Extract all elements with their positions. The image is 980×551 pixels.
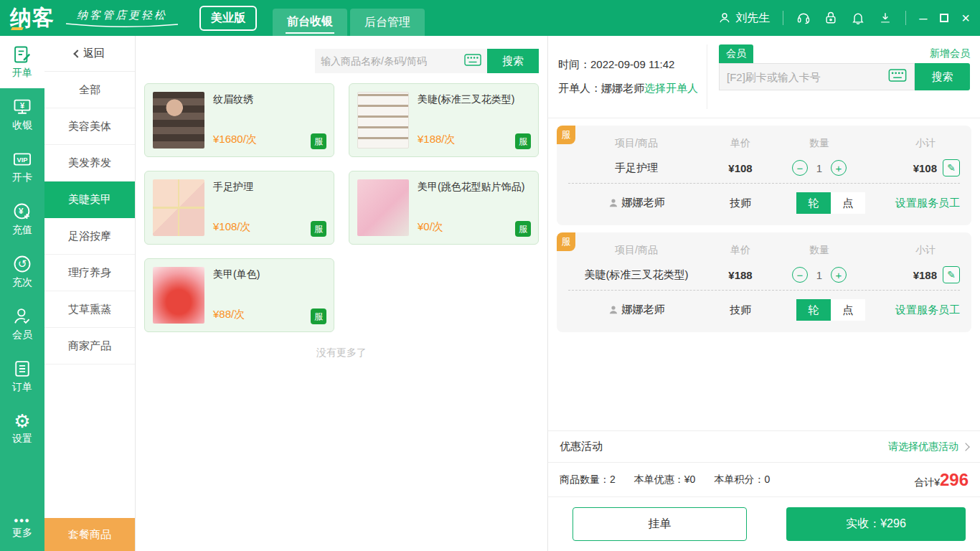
- product-card[interactable]: 手足护理 ¥108/次 服: [144, 171, 334, 245]
- choose-operator-link[interactable]: 选择开单人: [644, 82, 698, 94]
- operator-value: 娜娜老师: [601, 82, 644, 94]
- product-card[interactable]: 美睫(标准三叉花类型) ¥188/次 服: [349, 83, 539, 157]
- edit-price-icon[interactable]: ✎: [943, 266, 960, 283]
- tagline-swoosh: [65, 22, 179, 28]
- member-card-input[interactable]: [727, 71, 888, 83]
- category-foot-massage[interactable]: 足浴按摩: [44, 218, 135, 255]
- order-list-icon: [12, 359, 32, 379]
- order-item-subtotal: ¥188: [913, 269, 937, 281]
- product-price: ¥0/次: [418, 220, 530, 234]
- staff-name-wrap: 娜娜老师: [608, 196, 665, 209]
- order-item-header: 项目/商品 单价 数量 小计: [568, 133, 960, 154]
- headset-icon[interactable]: [796, 11, 811, 25]
- window-close-button[interactable]: ×: [961, 10, 970, 27]
- category-lash-nail[interactable]: 美睫美甲: [44, 182, 135, 218]
- order-items-region: 服 项目/商品 单价 数量 小计 手足护理 ¥108 − 1 +: [548, 118, 980, 430]
- divider: [783, 11, 783, 25]
- nav-item-recharge-times[interactable]: ↺ 充次: [0, 245, 44, 298]
- product-info: 美甲(跳色花型贴片饰品) ¥0/次: [418, 179, 530, 236]
- nav-item-settings[interactable]: ⚙ 设置: [0, 402, 44, 455]
- product-search-button[interactable]: 搜索: [487, 49, 539, 73]
- nav-item-orders[interactable]: 订单: [0, 350, 44, 402]
- user-menu[interactable]: 刘先生: [718, 11, 770, 26]
- category-beauty-body[interactable]: 美容美体: [44, 108, 135, 145]
- category-physiotherapy[interactable]: 理疗养身: [44, 255, 135, 291]
- keyboard-icon[interactable]: [888, 69, 907, 85]
- window-minimize-button[interactable]: –: [919, 14, 927, 22]
- member-search-button[interactable]: 搜索: [915, 63, 970, 90]
- more-dots-icon: •••: [14, 517, 31, 524]
- product-price: ¥88/次: [213, 308, 326, 321]
- service-badge: 服: [311, 133, 326, 149]
- tagline: 纳客管店更轻松: [65, 9, 179, 28]
- category-merchant-products[interactable]: 商家产品: [44, 328, 135, 364]
- edition-badge[interactable]: 美业版: [199, 6, 257, 31]
- order-item-line: 手足护理 ¥108 − 1 + ¥108 ✎: [568, 154, 960, 182]
- keyboard-icon[interactable]: [464, 54, 481, 69]
- nav-item-members[interactable]: 会员: [0, 298, 44, 350]
- add-member-link[interactable]: 新增会员: [930, 47, 970, 60]
- order-item-name: 手足护理: [568, 161, 705, 175]
- nav-item-cashier[interactable]: ¥ 收银: [0, 88, 44, 141]
- qty-minus-button[interactable]: −: [792, 160, 808, 176]
- qty-plus-button[interactable]: +: [831, 267, 847, 283]
- category-all[interactable]: 全部: [44, 72, 135, 108]
- product-search-input[interactable]: [321, 55, 464, 67]
- product-card[interactable]: 美甲(单色) ¥88/次 服: [144, 258, 334, 332]
- lock-icon[interactable]: [824, 11, 838, 25]
- product-card[interactable]: 纹眉纹绣 ¥1680/次 服: [144, 83, 334, 157]
- member-tab[interactable]: 会员: [719, 44, 753, 63]
- logo-accent: [11, 27, 24, 30]
- toggle-pick-option[interactable]: 点: [831, 299, 865, 321]
- nav-item-recharge[interactable]: ¥ 充值: [0, 193, 44, 245]
- col-item-header: 项目/商品: [568, 137, 705, 150]
- tab-back-manage[interactable]: 后台管理: [350, 9, 425, 36]
- order-points: 本单积分：0: [714, 474, 770, 486]
- nav-item-open-card[interactable]: VIP 开卡: [0, 141, 44, 193]
- edit-price-icon[interactable]: ✎: [943, 159, 960, 176]
- set-staff-link[interactable]: 设置服务员工: [895, 303, 960, 317]
- qty-minus-button[interactable]: −: [792, 267, 808, 283]
- chevron-left-icon: [73, 50, 81, 57]
- bell-icon[interactable]: [851, 11, 865, 25]
- package-products-button[interactable]: 套餐商品: [44, 518, 135, 551]
- download-icon[interactable]: [878, 11, 892, 25]
- person-icon: [608, 198, 618, 208]
- member-card-row: 搜索: [719, 63, 970, 90]
- staff-name: 娜娜老师: [622, 303, 665, 316]
- col-price-header: 单价: [705, 244, 776, 257]
- tab-label: 后台管理: [363, 12, 412, 33]
- product-info: 美睫(标准三叉花类型) ¥188/次: [418, 92, 530, 149]
- nav-label: 充次: [12, 276, 32, 289]
- product-price: ¥1680/次: [213, 133, 326, 146]
- tab-label: 前台收银: [286, 11, 334, 34]
- product-card[interactable]: 美甲(跳色花型贴片饰品) ¥0/次 服: [349, 171, 539, 245]
- toggle-round-option[interactable]: 轮: [796, 192, 831, 214]
- nav-item-more[interactable]: ••• 更多: [0, 505, 44, 551]
- qty-value: 1: [814, 162, 824, 174]
- col-subtotal-header: 小计: [862, 137, 960, 150]
- order-item-name: 美睫(标准三叉花类型): [568, 268, 705, 282]
- choose-promo-link[interactable]: 请选择优惠活动: [888, 441, 969, 453]
- dashed-divider: [568, 183, 960, 184]
- set-staff-link[interactable]: 设置服务员工: [895, 197, 960, 210]
- category-moxibustion[interactable]: 艾草熏蒸: [44, 291, 135, 328]
- product-info: 手足护理 ¥108/次: [213, 179, 326, 236]
- back-label: 返回: [83, 47, 105, 60]
- nav-label: 充值: [12, 224, 32, 237]
- window-maximize-button[interactable]: [940, 14, 948, 22]
- product-image: [153, 92, 204, 149]
- order-item-card: 服 项目/商品 单价 数量 小计 美睫(标准三叉花类型) ¥188 − 1 +: [557, 232, 971, 332]
- back-button[interactable]: 返回: [44, 36, 135, 72]
- pay-button[interactable]: 实收：¥296: [786, 507, 966, 541]
- main-tabs: 前台收银 后台管理: [273, 9, 425, 36]
- svg-text:↺: ↺: [18, 258, 27, 270]
- category-hair-care[interactable]: 美发养发: [44, 145, 135, 182]
- toggle-round-option[interactable]: 轮: [796, 299, 831, 321]
- qty-plus-button[interactable]: +: [831, 160, 847, 176]
- toggle-pick-option[interactable]: 点: [831, 192, 865, 214]
- tab-front-cashier[interactable]: 前台收银: [273, 9, 347, 36]
- product-price: ¥188/次: [418, 133, 530, 146]
- hold-order-button[interactable]: 挂单: [573, 507, 747, 541]
- nav-item-open-order[interactable]: 开单: [0, 36, 44, 88]
